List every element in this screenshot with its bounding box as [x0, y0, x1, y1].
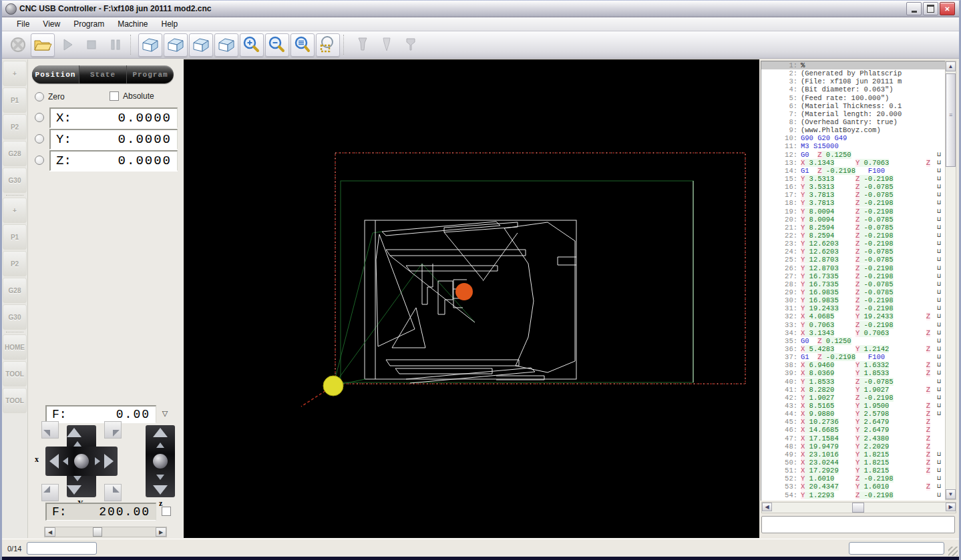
close-button[interactable]: ✕ [940, 2, 955, 15]
gcode-line[interactable]: 15:Y 3.5313 Z -0.2198⊔ [761, 175, 945, 183]
menu-item-machine[interactable]: Machine [111, 18, 154, 30]
open-file-button[interactable] [31, 33, 55, 57]
view-iso-2-button[interactable] [164, 33, 188, 57]
gcode-command-input[interactable] [761, 516, 955, 533]
jog-diagonal-se-button[interactable] [104, 484, 122, 501]
gcode-line[interactable]: 24:Y 12.6203 Z -0.0785⊔ [761, 248, 945, 256]
view-iso-4-button[interactable] [214, 33, 238, 57]
menu-item-program[interactable]: Program [67, 18, 111, 30]
view-iso-3-button[interactable] [189, 33, 213, 57]
menu-item-file[interactable]: File [10, 18, 36, 30]
jog-y-plus-arrow[interactable] [67, 428, 81, 437]
gcode-line[interactable]: 51:X 17.2929 Y 1.8215Z⊔ [761, 467, 945, 475]
gcode-line[interactable]: 39:X 8.0369 Y 1.8533Z⊔ [761, 369, 945, 377]
jog-center-ball[interactable] [74, 454, 89, 469]
gcode-line[interactable]: 35:G0 Z 0.1250⊔ [761, 337, 945, 345]
jog-xy-pad[interactable] [45, 425, 118, 497]
gcode-line[interactable]: 43:X 8.5165 Y 1.9500Z⊔ [761, 402, 945, 410]
gcode-line[interactable]: 52:Y 1.6010 Z -0.2198⊔ [761, 475, 945, 483]
scroll-right-arrow[interactable]: ▶ [946, 503, 956, 511]
gcode-line[interactable]: 45:X 10.2736 Y 2.6479Z [761, 418, 945, 426]
gcode-line[interactable]: 49:X 23.1016 Y 1.8215Z⊔ [761, 451, 945, 459]
gcode-line[interactable]: 7:(Material length: 20.000 [761, 110, 945, 118]
gcode-line[interactable]: 50:X 23.0244 Y 1.8215Z⊔ [761, 459, 945, 467]
gcode-line[interactable]: 28:Y 16.7335 Z -0.0785⊔ [761, 280, 945, 288]
gcode-line[interactable]: 47:X 17.1584 Y 2.4380Z [761, 434, 945, 442]
tab-state[interactable]: State [79, 65, 127, 83]
gcode-line[interactable]: 38:X 6.9460 Y 1.6332Z⊔ [761, 361, 945, 369]
feed-dropdown-arrow[interactable]: ▽ [159, 409, 171, 418]
scroll-down-arrow[interactable]: ▼ [946, 489, 956, 499]
gcode-line[interactable]: 20:Y 8.0094 Z -0.0785⊔ [761, 216, 945, 224]
tab-position[interactable]: Position [32, 65, 79, 83]
gcode-line[interactable]: 22:Y 8.2594 Z -0.2198⊔ [761, 232, 945, 240]
gcode-line[interactable]: 5:(Feed rate: 100.000") [761, 94, 945, 102]
absolute-checkbox[interactable] [110, 91, 119, 101]
jog-z-minus-arrow[interactable] [153, 485, 168, 495]
zero-radio[interactable] [35, 92, 44, 101]
gcode-line[interactable]: 6:(Material Thickness: 0.1 [761, 102, 945, 110]
menu-item-help[interactable]: Help [155, 18, 185, 30]
gcode-line[interactable]: 40:Y 1.8533 Z -0.0785⊔ [761, 377, 945, 385]
status-input-left[interactable] [27, 542, 97, 555]
jog-x-minus-arrow[interactable] [49, 454, 59, 469]
gcode-line[interactable]: 48:X 19.9479 Y 2.2029Z [761, 443, 945, 451]
gcode-line[interactable]: 11:M3 S15000 [761, 142, 945, 150]
slider-thumb[interactable] [93, 527, 102, 537]
x-axis-radio[interactable] [35, 113, 44, 122]
gcode-line[interactable]: 30:Y 16.9835 Z -0.2198⊔ [761, 296, 945, 304]
gcode-line[interactable]: 9:(www.PhlatBoyz.com) [761, 126, 945, 134]
gcode-line[interactable]: 2:(Generated by Phlatscrip [761, 69, 945, 77]
zoom-in-button[interactable] [240, 33, 264, 57]
gcode-line[interactable]: 53:X 20.4347 Y 1.6010Z⊔ [761, 483, 945, 491]
scroll-left-arrow[interactable]: ◀ [762, 503, 772, 511]
gcode-line[interactable]: 33:Y 0.7063 Z -0.2198⊔ [761, 321, 945, 329]
vertical-scroll-thumb[interactable] [946, 73, 956, 167]
jog-y-minus-arrow[interactable] [67, 485, 81, 495]
jog-x-plus-arrow[interactable] [104, 454, 114, 469]
zoom-out-button[interactable] [265, 33, 289, 57]
gcode-line[interactable]: 37:G1 Z -0.2198 F100⊔ [761, 353, 945, 361]
gcode-line[interactable]: 34:X 3.1343 Y 0.7063Z⊔ [761, 329, 945, 337]
gcode-line[interactable]: 16:Y 3.5313 Z -0.0785⊔ [761, 183, 945, 191]
scroll-up-arrow[interactable]: ▲ [946, 61, 956, 71]
jog-z-ball[interactable] [153, 454, 168, 469]
gcode-line[interactable]: 27:Y 16.7335 Z -0.2198⊔ [761, 272, 945, 280]
jog-diagonal-nw-button[interactable] [41, 421, 59, 439]
gcode-line[interactable]: 31:Y 19.2433 Z -0.2198⊔ [761, 304, 945, 312]
feed-override-checkbox[interactable] [162, 507, 171, 516]
status-input-right[interactable] [849, 542, 944, 555]
gcode-line[interactable]: 12:G0 Z 0.1250⊔ [761, 151, 945, 159]
gcode-line[interactable]: 14:G1 Z -0.2198 F100⊔ [761, 167, 945, 175]
gcode-line[interactable]: 44:X 9.9880 Y 2.5798Z⊔ [761, 410, 945, 418]
toolpath-canvas[interactable] [184, 59, 759, 538]
gcode-line[interactable]: 8:(Overhead Gantry: true) [761, 118, 945, 126]
gcode-line[interactable]: 4:(Bit diameter: 0.063") [761, 85, 945, 93]
gcode-line[interactable]: 32:X 4.0685 Y 19.2433Z⊔ [761, 312, 945, 320]
gcode-line[interactable]: 25:Y 12.8703 Z -0.0785⊔ [761, 256, 945, 264]
gcode-line[interactable]: 36:X 5.4283 Y 1.2142Z⊔ [761, 345, 945, 353]
gcode-line[interactable]: 23:Y 12.6203 Z -0.2198⊔ [761, 240, 945, 248]
menu-item-view[interactable]: View [36, 18, 67, 30]
slider-right-arrow[interactable]: ▶ [156, 527, 166, 537]
gcode-line[interactable]: 46:X 14.6685 Y 2.6479Z [761, 426, 945, 434]
gcode-line[interactable]: 18:Y 3.7813 Z -0.2198⊔ [761, 199, 945, 207]
gcode-line[interactable]: 41:X 8.2820 Y 1.9027Z⊔ [761, 386, 945, 394]
gcode-line[interactable]: 10:G90 G20 G49 [761, 134, 945, 142]
gcode-line[interactable]: 17:Y 3.7813 Z -0.0785⊔ [761, 191, 945, 199]
gcode-line[interactable]: 3:(File: xf108 jun 20111 m [761, 77, 945, 85]
z-axis-radio[interactable] [35, 156, 44, 165]
gcode-line[interactable]: 21:Y 8.2594 Z -0.0785⊔ [761, 224, 945, 232]
gcode-line[interactable]: 29:Y 16.9835 Z -0.0785⊔ [761, 288, 945, 296]
gcode-line[interactable]: 54:Y 1.2293 Z -0.2198⊔ [761, 491, 945, 499]
gcode-horizontal-scrollbar[interactable]: ◀ ▶ [761, 502, 956, 513]
gcode-line[interactable]: 26:Y 12.8703 Z -0.2198⊔ [761, 264, 945, 272]
jog-z-plus-arrow[interactable] [153, 428, 168, 437]
zoom-window-button[interactable] [316, 33, 340, 57]
horizontal-scroll-thumb[interactable] [852, 503, 864, 513]
gcode-line[interactable]: 19:Y 8.0094 Z -0.2198⊔ [761, 208, 945, 216]
gcode-vertical-scrollbar[interactable]: ▲ ▼ [945, 61, 956, 500]
jog-diagonal-ne-button[interactable] [104, 421, 122, 439]
gcode-line[interactable]: 1:% [761, 61, 945, 69]
gcode-line[interactable]: 42:Y 1.9027 Z -0.2198⊔ [761, 394, 945, 402]
